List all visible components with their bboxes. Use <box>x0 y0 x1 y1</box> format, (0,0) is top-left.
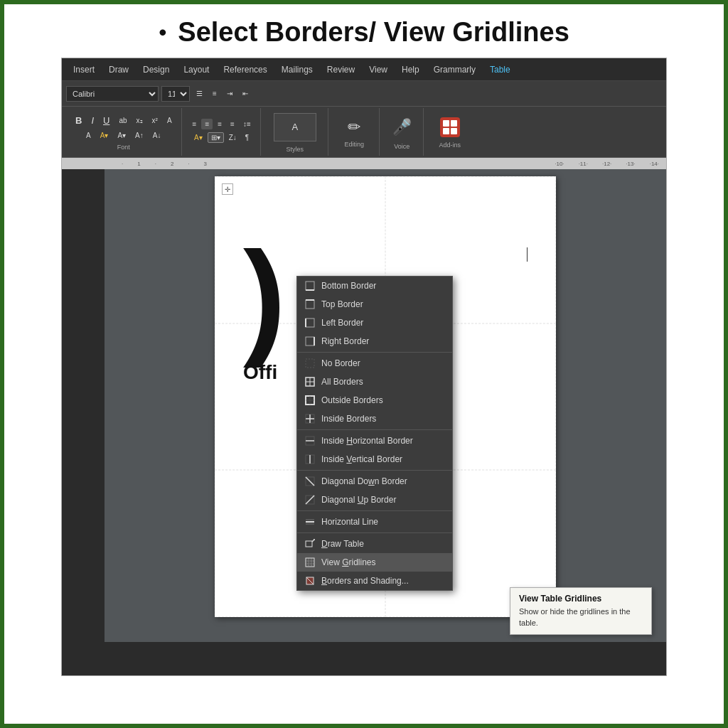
font-size-up-btn[interactable]: A↑ <box>132 130 147 141</box>
separator-3 <box>297 470 452 471</box>
menu-item-draw-table[interactable]: Draw Table <box>297 535 452 553</box>
tab-draw[interactable]: Draw <box>102 62 136 77</box>
borders-shading-icon <box>304 575 316 587</box>
superscript-btn[interactable]: x² <box>149 115 161 126</box>
menu-item-borders-shading[interactable]: Borders and Shading... <box>297 572 452 590</box>
menu-item-no-border[interactable]: No Border <box>297 354 452 373</box>
tab-references[interactable]: References <box>216 62 274 77</box>
svg-rect-0 <box>306 282 314 290</box>
ruler: ·1·2·3 ·10··11··12··13··14· <box>62 158 666 169</box>
diagonal-down-border-icon <box>304 476 316 487</box>
font-size-select[interactable]: 11 <box>161 86 190 102</box>
align-left-btn[interactable]: ≡ <box>189 119 200 129</box>
text-cursor <box>527 247 528 262</box>
borders-btn[interactable]: ⊞▾ <box>208 132 224 143</box>
menu-item-outside-borders[interactable]: Outside Borders <box>297 391 452 410</box>
font-group-label: Font <box>117 144 130 151</box>
separator-4 <box>297 510 452 511</box>
styles-group-label: Styles <box>287 146 304 153</box>
tab-mailings[interactable]: Mailings <box>274 62 320 77</box>
font-size-down-btn[interactable]: A↓ <box>149 130 165 141</box>
tab-grammarly[interactable]: Grammarly <box>427 62 483 77</box>
menu-item-top-border[interactable]: Top Border <box>297 295 452 314</box>
underline-btn[interactable]: U <box>100 114 113 127</box>
separator-2 <box>297 429 452 430</box>
svg-rect-29 <box>306 541 312 547</box>
bottom-border-icon <box>304 280 316 291</box>
menu-item-bottom-border[interactable]: Bottom Border <box>297 277 452 295</box>
sort-btn[interactable]: Z↓ <box>225 132 240 143</box>
tab-layout[interactable]: Layout <box>176 62 216 77</box>
tab-insert[interactable]: Insert <box>66 62 102 77</box>
ribbon-toolbar-main: B I U ab x₂ x² A A A▾ A▾ A↑ A↓ Font ≡ ≡ <box>62 107 666 158</box>
svg-rect-6 <box>306 337 314 346</box>
list-bullet-btn[interactable]: ☰ <box>193 88 206 99</box>
tab-design[interactable]: Design <box>136 62 176 77</box>
menu-item-horizontal-line[interactable]: Horizontal Line <box>297 513 452 531</box>
subscript-btn[interactable]: x₂ <box>133 115 146 126</box>
ribbon-tabs: Insert Draw Design Layout References Mai… <box>62 58 666 81</box>
editing-btn[interactable]: ✏ <box>342 117 366 138</box>
diagonal-up-border-icon <box>304 494 316 505</box>
editing-group: ✏ Editing <box>330 108 380 156</box>
tab-table[interactable]: Table <box>483 62 518 77</box>
menu-item-inside-horizontal[interactable]: Inside Horizontal Border <box>297 432 452 450</box>
list-number-btn[interactable]: ≡ <box>209 88 220 99</box>
line-spacing-btn[interactable]: ↕≡ <box>240 119 255 129</box>
svg-rect-8 <box>306 359 314 368</box>
menu-item-left-border[interactable]: Left Border <box>297 314 452 332</box>
align-right-btn[interactable]: ≡ <box>214 119 225 129</box>
font-color-btn[interactable]: A▾ <box>114 130 129 141</box>
align-center-btn[interactable]: ≡ <box>201 119 213 129</box>
highlight-btn[interactable]: A▾ <box>97 130 112 141</box>
doc-page: ✛ ) Offi <box>105 169 666 642</box>
tab-view[interactable]: View <box>362 62 395 77</box>
page-office-text: Offi <box>243 361 277 384</box>
menu-item-inside-borders[interactable]: Inside Borders <box>297 410 452 428</box>
page-big-letter: ) <box>243 233 286 361</box>
no-border-icon <box>304 358 316 369</box>
bold-btn[interactable]: B <box>72 114 85 127</box>
italic-btn[interactable]: I <box>87 114 97 127</box>
menu-item-right-border[interactable]: Right Border <box>297 332 452 350</box>
separator-1 <box>297 352 452 353</box>
clear-format-btn[interactable]: A <box>164 115 176 126</box>
styles-btn[interactable]: A <box>268 112 322 143</box>
menu-item-diagonal-down[interactable]: Diagonal Down Border <box>297 472 452 491</box>
dictate-btn[interactable]: 🎤 <box>387 114 416 140</box>
svg-rect-32 <box>306 558 314 567</box>
outdent-btn[interactable]: ⇤ <box>239 88 252 99</box>
inside-borders-icon <box>304 413 316 424</box>
draw-table-icon <box>304 538 316 550</box>
ruler-marks: ·1·2·3 <box>122 161 207 167</box>
font-group: B I U ab x₂ x² A A A▾ A▾ A↑ A↓ Font <box>66 108 182 156</box>
left-border-icon <box>304 317 316 328</box>
editing-group-label: Editing <box>345 141 365 148</box>
tab-help[interactable]: Help <box>395 62 427 77</box>
voice-group-label: Voice <box>394 143 410 150</box>
menu-item-view-gridlines[interactable]: View Gridlines <box>297 553 452 572</box>
title-text: Select Borders/ View Gridlines <box>178 17 569 48</box>
font-name-select[interactable]: Calibri <box>66 86 159 102</box>
svg-rect-4 <box>306 318 314 327</box>
menu-item-diagonal-up[interactable]: Diagonal Up Border <box>297 491 452 509</box>
menu-item-all-borders[interactable]: All Borders <box>297 373 452 391</box>
shading-btn[interactable]: A▾ <box>191 132 206 143</box>
menu-item-inside-vertical[interactable]: Inside Vertical Border <box>297 450 452 469</box>
addins-btn[interactable] <box>433 116 467 139</box>
indent-btn[interactable]: ⇥ <box>223 88 236 99</box>
tab-review[interactable]: Review <box>320 62 362 77</box>
paragraph-group: ≡ ≡ ≡ ≡ ↕≡ A▾ ⊞▾ Z↓ ¶ <box>183 108 261 156</box>
pilcrow-btn[interactable]: ¶ <box>242 132 252 143</box>
justify-btn[interactable]: ≡ <box>227 119 238 129</box>
view-gridlines-icon <box>304 557 316 568</box>
table-move-handle[interactable]: ✛ <box>222 183 233 195</box>
title-bullet: • <box>159 19 166 46</box>
addins-group-label: Add-ins <box>439 141 461 149</box>
text-effects-btn[interactable]: A <box>82 130 95 141</box>
tooltip-title: View Table Gridlines <box>519 594 643 604</box>
inside-vertical-border-icon <box>304 454 316 465</box>
strikethrough-btn[interactable]: ab <box>115 115 130 126</box>
screenshot-area: Insert Draw Design Layout References Mai… <box>61 58 667 676</box>
inside-horizontal-border-icon <box>304 435 316 446</box>
